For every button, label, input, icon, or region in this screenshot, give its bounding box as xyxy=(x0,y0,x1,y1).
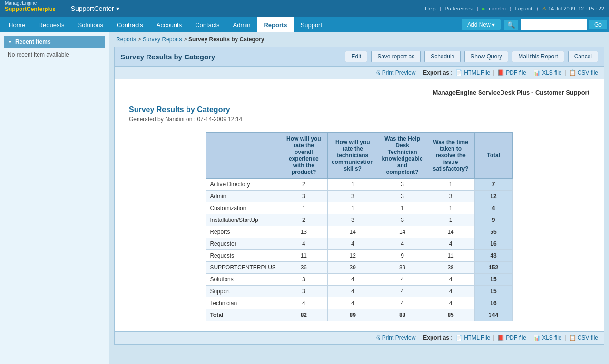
nav-accounts[interactable]: Accounts xyxy=(150,17,188,32)
total-col3: 88 xyxy=(378,309,427,321)
table-row: Admin 3 3 3 3 12 xyxy=(206,191,512,202)
save-report-as-button[interactable]: Save report as xyxy=(371,51,421,62)
row-total: 55 xyxy=(474,226,512,238)
row-total: 4 xyxy=(474,202,512,214)
logout-link[interactable]: Log out xyxy=(515,6,533,11)
html-icon: 📄 xyxy=(455,69,462,76)
row-total: 15 xyxy=(474,286,512,297)
row-total: 9 xyxy=(474,214,512,226)
row-col3: 4 xyxy=(378,274,427,286)
breadcrumb-reports[interactable]: Reports xyxy=(116,36,136,43)
row-col4: 1 xyxy=(427,179,474,191)
csv-icon: 📋 xyxy=(569,69,576,76)
row-col2: 4 xyxy=(327,286,378,297)
nav-right: Add New ▾ 🔍 Go xyxy=(461,19,607,30)
pdf-file-link-bottom[interactable]: 📕 PDF file xyxy=(497,335,526,341)
xls-file-link-top[interactable]: 📊 XLS file xyxy=(533,69,561,76)
breadcrumb-survey-reports[interactable]: Survey Reports xyxy=(143,36,182,43)
nav-contacts[interactable]: Contacts xyxy=(188,17,226,32)
row-total: 15 xyxy=(474,274,512,286)
csv-file-link-bottom[interactable]: 📋 CSV file xyxy=(569,335,598,341)
row-label: Requests xyxy=(206,250,280,262)
export-bar-top: 🖨 Print Preview Export as : 📄 HTML File … xyxy=(114,67,604,79)
print-preview-bottom[interactable]: 🖨 Print Preview xyxy=(375,335,416,341)
export-label-bottom: Export as : xyxy=(423,335,452,341)
html-file-link-top[interactable]: 📄 HTML File xyxy=(455,69,490,76)
search-input[interactable] xyxy=(521,19,587,30)
col-header-1: How will you rate the overall experience… xyxy=(280,133,327,179)
nav-solutions[interactable]: Solutions xyxy=(71,17,110,32)
preferences-link[interactable]: Preferences xyxy=(445,6,473,11)
html-file-link-bottom[interactable]: 📄 HTML File xyxy=(455,335,490,341)
row-col1: 2 xyxy=(280,179,327,191)
row-label: SUPPORTCENTERPLUS xyxy=(206,262,280,274)
col-header-2: How will you rate the technicians commun… xyxy=(327,133,378,179)
mail-report-button[interactable]: Mail this Report xyxy=(512,51,564,62)
recent-items-header[interactable]: ▼ Recent Items xyxy=(4,36,105,48)
row-col3: 3 xyxy=(378,191,427,202)
xls-file-link-bottom[interactable]: 📊 XLS file xyxy=(533,335,561,341)
app-name: SupportCenter ▾ xyxy=(71,5,119,12)
row-col3: 3 xyxy=(378,214,427,226)
go-button[interactable]: Go xyxy=(589,19,607,30)
report-generated: Generated by Nandini on : 07-14-2009 12:… xyxy=(129,116,589,123)
edit-button[interactable]: Edit xyxy=(345,51,367,62)
nav-support[interactable]: Support xyxy=(294,17,329,32)
recent-items-content: No recent item available xyxy=(4,48,105,62)
row-col3: 4 xyxy=(378,286,427,297)
row-col4: 4 xyxy=(427,274,474,286)
total-col1: 82 xyxy=(280,309,327,321)
row-total: 152 xyxy=(474,262,512,274)
nav-requests[interactable]: Requests xyxy=(32,17,71,32)
row-col4: 1 xyxy=(427,214,474,226)
row-total: 7 xyxy=(474,179,512,191)
cancel-button[interactable]: Cancel xyxy=(568,51,598,62)
row-total: 16 xyxy=(474,297,512,309)
total-label: Total xyxy=(206,309,280,321)
breadcrumb-current: Survey Results by Category xyxy=(188,36,264,43)
col-header-3: Was the Help Desk Technician knowledgeab… xyxy=(378,133,427,179)
nav-admin[interactable]: Admin xyxy=(226,17,257,32)
table-row: Technician 4 4 4 4 16 xyxy=(206,297,512,309)
row-label: Requester xyxy=(206,238,280,250)
table-row: SUPPORTCENTERPLUS 36 39 39 38 152 xyxy=(206,262,512,274)
row-label: Active Directory xyxy=(206,179,280,191)
add-new-button[interactable]: Add New ▾ xyxy=(461,19,501,30)
search-icon-button[interactable]: 🔍 xyxy=(504,19,519,30)
pdf-file-link-top[interactable]: 📕 PDF file xyxy=(497,69,526,76)
row-col4: 14 xyxy=(427,226,474,238)
row-col3: 9 xyxy=(378,250,427,262)
row-label: Customization xyxy=(206,202,280,214)
table-row: Reports 13 14 14 14 55 xyxy=(206,226,512,238)
total-row: Total 82 89 88 85 344 xyxy=(206,309,512,321)
nav-home[interactable]: Home xyxy=(2,17,32,32)
help-link[interactable]: Help xyxy=(425,6,436,11)
show-query-button[interactable]: Show Query xyxy=(464,51,508,62)
total-col4: 85 xyxy=(427,309,474,321)
row-col3: 1 xyxy=(378,202,427,214)
row-col3: 39 xyxy=(378,262,427,274)
row-col4: 11 xyxy=(427,250,474,262)
pdf-icon-bottom: 📕 xyxy=(497,335,504,341)
nav-reports[interactable]: Reports xyxy=(257,17,294,32)
row-col2: 39 xyxy=(327,262,378,274)
report-header: Survey Results by Category Edit Save rep… xyxy=(114,47,604,67)
row-col2: 14 xyxy=(327,226,378,238)
row-col1: 1 xyxy=(280,202,327,214)
xls-icon-bottom: 📊 xyxy=(533,335,540,341)
print-preview-top[interactable]: 🖨 Print Preview xyxy=(375,69,416,76)
table-row: Active Directory 2 1 3 1 7 xyxy=(206,179,512,191)
csv-file-link-top[interactable]: 📋 CSV file xyxy=(569,69,598,76)
no-recent-message: No recent item available xyxy=(8,51,69,58)
row-label: Solutions xyxy=(206,274,280,286)
table-row: Requester 4 4 4 4 16 xyxy=(206,238,512,250)
main-layout: ▼ Recent Items No recent item available … xyxy=(0,32,609,364)
row-col3: 4 xyxy=(378,238,427,250)
row-label: Installation/StartUp xyxy=(206,214,280,226)
schedule-button[interactable]: Schedule xyxy=(424,51,461,62)
row-total: 16 xyxy=(474,238,512,250)
nav-contracts[interactable]: Contracts xyxy=(110,17,150,32)
html-icon-bottom: 📄 xyxy=(455,335,462,341)
dropdown-icon[interactable]: ▾ xyxy=(116,5,119,12)
nav-bar: Home Requests Solutions Contracts Accoun… xyxy=(0,17,609,32)
